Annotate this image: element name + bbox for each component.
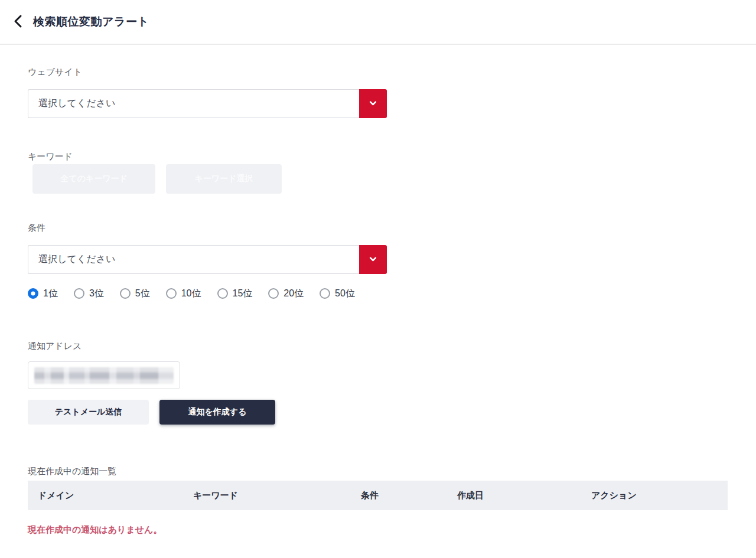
radio-icon (320, 288, 330, 299)
column-header-condition: 条件 (351, 490, 447, 501)
condition-select-dropdown-button[interactable] (359, 245, 387, 274)
radio-icon (166, 288, 177, 299)
keyword-button-row: 全てのキーワード キーワード選択 (28, 164, 756, 194)
keyword-label: キーワード (28, 151, 756, 161)
all-keywords-button[interactable]: 全てのキーワード (32, 164, 155, 194)
notify-address-label: 通知アドレス (28, 341, 756, 351)
column-header-domain: ドメイン (28, 490, 183, 501)
keyword-section: キーワード 全てのキーワード キーワード選択 (28, 151, 756, 194)
rank-radio-group: 1位 3位 5位 10位 15位 20位 (28, 288, 756, 299)
select-keywords-button[interactable]: キーワード選択 (166, 164, 282, 194)
create-notification-button[interactable]: 通知を作成する (159, 400, 275, 425)
notification-list-title: 現在作成中の通知一覧 (28, 466, 756, 477)
radio-icon (28, 288, 38, 299)
radio-rank-20[interactable]: 20位 (268, 288, 304, 300)
empty-list-message: 現在作成中の通知はありません。 (28, 524, 756, 536)
website-select[interactable]: 選択してください (28, 89, 387, 118)
chevron-down-icon (369, 254, 377, 265)
column-header-created: 作成日 (447, 490, 581, 501)
page-title: 検索順位変動アラート (33, 14, 149, 30)
notify-section: 通知アドレス テストメール送信 通知を作成する (28, 341, 756, 425)
notify-actions: テストメール送信 通知を作成する (28, 400, 756, 425)
radio-rank-3[interactable]: 3位 (74, 288, 104, 300)
condition-select-value[interactable]: 選択してください (28, 245, 359, 274)
radio-icon (268, 288, 279, 299)
website-select-dropdown-button[interactable] (359, 89, 387, 118)
chevron-left-icon (12, 14, 23, 30)
website-select-value[interactable]: 選択してください (28, 89, 359, 118)
radio-rank-10[interactable]: 10位 (166, 288, 201, 300)
notify-email-input[interactable] (28, 361, 180, 389)
radio-rank-15[interactable]: 15位 (217, 288, 253, 300)
condition-label: 条件 (28, 223, 756, 233)
back-button[interactable] (9, 14, 26, 30)
radio-icon (120, 288, 131, 299)
radio-rank-50[interactable]: 50位 (320, 288, 355, 300)
website-label: ウェブサイト (28, 67, 756, 77)
radio-icon (217, 288, 228, 299)
column-header-keyword: キーワード (183, 490, 351, 501)
condition-select[interactable]: 選択してください (28, 245, 387, 274)
radio-rank-5[interactable]: 5位 (120, 288, 150, 300)
notification-table-header: ドメイン キーワード 条件 作成日 アクション (28, 481, 728, 510)
radio-rank-1[interactable]: 1位 (28, 288, 58, 300)
send-test-mail-button[interactable]: テストメール送信 (28, 400, 149, 425)
main-content: ウェブサイト 選択してください キーワード 全てのキーワード キーワード選択 条… (0, 67, 756, 536)
website-section: ウェブサイト 選択してください (28, 67, 756, 118)
chevron-down-icon (369, 99, 377, 109)
condition-section: 条件 選択してください 1位 3位 5位 (28, 223, 756, 299)
notification-list-section: 現在作成中の通知一覧 ドメイン キーワード 条件 作成日 アクション 現在作成中… (28, 466, 756, 536)
radio-icon (74, 288, 84, 299)
redacted-email-value (34, 367, 174, 384)
page-header: 検索順位変動アラート (0, 0, 756, 45)
column-header-action: アクション (581, 490, 728, 501)
